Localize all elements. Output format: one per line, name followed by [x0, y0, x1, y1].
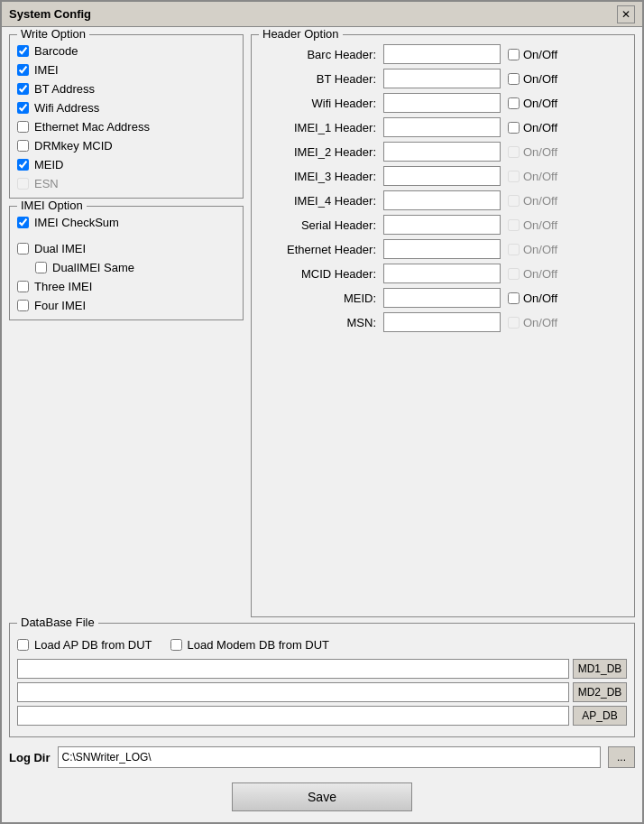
barc-onoff-checkbox[interactable] [508, 49, 520, 60]
ethernet-onoff-checkbox [508, 244, 520, 255]
imei4-header-input[interactable] [383, 190, 501, 210]
md2-db-input[interactable] [17, 682, 569, 702]
bt-header-label: BT Header: [259, 72, 376, 86]
imei-checksum-label: IMEI CheckSum [34, 216, 119, 229]
ethernet-mac-checkbox[interactable] [17, 121, 29, 133]
imei4-header-row: IMEI_4 Header: On/Off [259, 189, 627, 212]
bt-onoff-checkbox[interactable] [508, 73, 520, 85]
three-imei-checkbox[interactable] [17, 281, 29, 292]
serial-header-input[interactable] [383, 215, 501, 235]
meid-onoff-checkbox[interactable] [508, 292, 520, 304]
imei-checksum-checkbox[interactable] [17, 217, 29, 228]
imei4-onoff: On/Off [508, 194, 557, 208]
dual-imei-checkbox[interactable] [17, 243, 29, 255]
meid-write-checkbox[interactable] [17, 159, 29, 171]
imei-checksum-row: IMEI CheckSum [17, 214, 235, 231]
mcid-header-row: MCID Header: On/Off [259, 262, 627, 285]
drmkey-checkbox[interactable] [17, 140, 29, 152]
write-option-title: Write Option [17, 27, 89, 41]
ap-db-input[interactable] [17, 706, 569, 726]
write-option-group: Write Option Barcode IMEI BT Address [9, 34, 244, 199]
four-imei-label: Four IMEI [34, 299, 86, 312]
imei1-header-row: IMEI_1 Header: On/Off [259, 116, 627, 139]
ethernet-mac-label: Ethernet Mac Address [34, 120, 150, 134]
md1-db-button[interactable]: MD1_DB [573, 659, 627, 679]
dual-imei-row: Dual IMEI [17, 240, 235, 257]
serial-onoff-label: On/Off [523, 218, 557, 232]
mcid-onoff: On/Off [508, 267, 557, 281]
wifi-header-input[interactable] [383, 93, 501, 113]
save-section: Save [9, 777, 635, 815]
barc-onoff: On/Off [508, 48, 557, 61]
top-section: Write Option Barcode IMEI BT Address [9, 34, 635, 617]
load-ap-checkbox[interactable] [17, 639, 29, 651]
ap-db-button[interactable]: AP_DB [573, 706, 627, 726]
msn-header-label: MSN: [259, 316, 376, 329]
md2-db-button[interactable]: MD2_DB [573, 682, 627, 702]
header-rows: Barc Header: On/Off BT Header: On/Off [259, 42, 627, 334]
msn-onoff: On/Off [508, 316, 557, 329]
close-button[interactable]: ✕ [617, 5, 635, 23]
mcid-header-input[interactable] [383, 264, 501, 283]
logdir-browse-button[interactable]: ... [608, 746, 635, 768]
msn-header-input[interactable] [383, 312, 501, 332]
title-bar: System Config ✕ [2, 2, 642, 27]
ethernet-onoff-label: On/Off [523, 243, 557, 256]
serial-onoff: On/Off [508, 218, 557, 232]
three-imei-label: Three IMEI [34, 280, 92, 293]
wifi-header-row: Wifi Header: On/Off [259, 91, 627, 115]
msn-onoff-label: On/Off [523, 316, 557, 329]
main-content: Write Option Barcode IMEI BT Address [2, 27, 642, 822]
dual-imei-label: Dual IMEI [34, 242, 86, 255]
imei4-header-label: IMEI_4 Header: [259, 194, 376, 208]
wifi-onoff-label: On/Off [523, 97, 557, 110]
dual-imei-same-checkbox[interactable] [35, 262, 47, 273]
serial-onoff-checkbox [508, 219, 520, 231]
imei1-onoff: On/Off [508, 121, 557, 134]
barcode-label: Barcode [34, 44, 78, 58]
ap-db-row: AP_DB [17, 706, 627, 726]
wifi-address-checkbox[interactable] [17, 102, 29, 114]
imei-label: IMEI [34, 63, 59, 77]
imei3-onoff-label: On/Off [523, 170, 557, 183]
imei3-header-input[interactable] [383, 166, 501, 186]
logdir-input[interactable] [58, 746, 602, 768]
load-ap-row: Load AP DB from DUT [17, 636, 152, 653]
imei2-header-row: IMEI_2 Header: On/Off [259, 140, 627, 163]
wifi-onoff-checkbox[interactable] [508, 97, 520, 109]
bt-header-input[interactable] [383, 69, 501, 88]
imei1-onoff-checkbox[interactable] [508, 122, 520, 134]
imei2-header-input[interactable] [383, 142, 501, 162]
bt-header-row: BT Header: On/Off [259, 67, 627, 90]
bt-address-label: BT Address [34, 82, 95, 96]
dual-imei-same-label: DualIMEI Same [52, 261, 134, 274]
meid-header-input[interactable] [383, 288, 501, 308]
imei1-header-input[interactable] [383, 117, 501, 137]
imei-option-group: IMEI Option IMEI CheckSum Dual IMEI Dual… [9, 206, 244, 320]
md2-db-row: MD2_DB [17, 682, 627, 702]
four-imei-checkbox[interactable] [17, 300, 29, 311]
bt-address-checkbox[interactable] [17, 83, 29, 95]
meid-header-row: MEID: On/Off [259, 286, 627, 310]
load-modem-checkbox[interactable] [170, 639, 182, 651]
save-button[interactable]: Save [232, 782, 412, 811]
md1-db-row: MD1_DB [17, 659, 627, 679]
md1-db-input[interactable] [17, 659, 569, 679]
imei2-header-label: IMEI_2 Header: [259, 145, 376, 159]
barcode-checkbox[interactable] [17, 45, 29, 57]
ethernet-header-row: Ethernet Header: On/Off [259, 237, 627, 261]
bt-onoff-label: On/Off [523, 72, 557, 86]
imei2-onoff: On/Off [508, 145, 557, 159]
bt-onoff: On/Off [508, 72, 557, 86]
imei-checkbox[interactable] [17, 64, 29, 76]
ethernet-header-input[interactable] [383, 239, 501, 259]
imei4-onoff-checkbox [508, 195, 520, 207]
write-option-drmkey: DRMkey MCID [17, 137, 235, 154]
logdir-label: Log Dir [9, 751, 51, 764]
barc-header-input[interactable] [383, 44, 501, 64]
system-config-window: System Config ✕ Write Option Barcode IME… [0, 0, 644, 824]
write-option-wifi: Wifi Address [17, 99, 235, 116]
wifi-header-label: Wifi Header: [259, 97, 376, 110]
meid-onoff-label: On/Off [523, 292, 557, 305]
dual-imei-same-row: DualIMEI Same [35, 259, 235, 276]
